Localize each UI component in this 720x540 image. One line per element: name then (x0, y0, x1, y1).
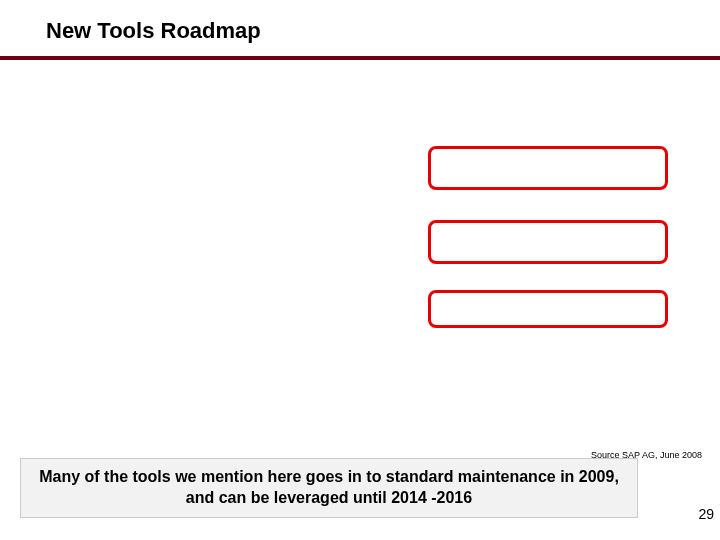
highlight-box-1 (428, 146, 668, 190)
content-area (0, 60, 720, 420)
highlight-box-3 (428, 290, 668, 328)
callout-text: Many of the tools we mention here goes i… (31, 467, 627, 509)
slide-title: New Tools Roadmap (46, 18, 720, 44)
page-number: 29 (698, 506, 714, 522)
highlight-box-2 (428, 220, 668, 264)
summary-callout: Many of the tools we mention here goes i… (20, 458, 638, 518)
title-area: New Tools Roadmap (0, 0, 720, 52)
